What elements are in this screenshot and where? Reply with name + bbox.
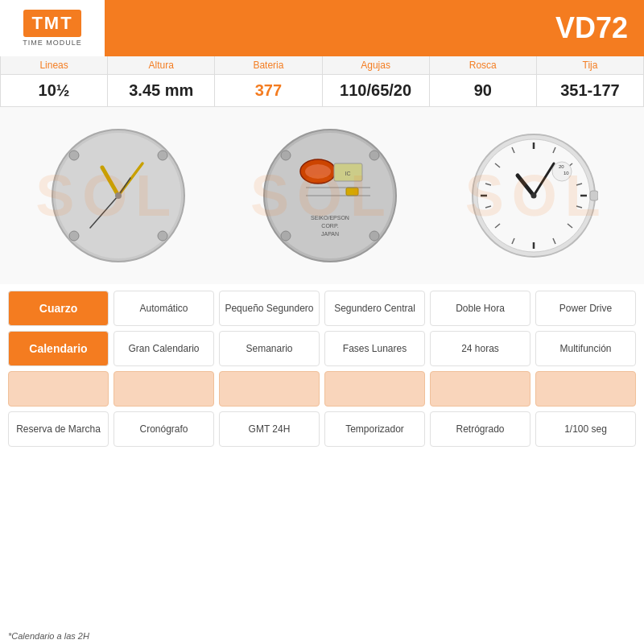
svg-text:JAPAN: JAPAN: [321, 231, 339, 237]
feature-cell: Fases Lunares: [324, 331, 425, 366]
feature-cell: Reserva de Marcha: [8, 411, 109, 447]
movement-back-svg: IC SEIKO/EPSON CORP. JAPAN: [258, 123, 402, 268]
feature-cell: [114, 371, 214, 407]
spec-value: 10½: [1, 75, 107, 106]
features-row-2: CalendarioGran CalendarioSemanarioFases …: [8, 331, 636, 366]
spec-value: 3.45 mm: [108, 75, 214, 106]
spec-value: 377: [215, 75, 321, 106]
spec-label: Agujas: [323, 56, 429, 75]
feature-cell: Doble Hora: [430, 291, 530, 326]
header: TMT TIME MODULE VD72: [0, 0, 644, 56]
page-wrapper: TMT TIME MODULE VD72 Lineas10½Altura3.45…: [0, 0, 644, 644]
spec-col: Altura3.45 mm: [108, 56, 215, 106]
feature-cell: GMT 24H: [219, 411, 320, 447]
footer-note-text: *Calendario a las 2H: [8, 631, 89, 641]
feature-cell: Automático: [114, 291, 214, 326]
feature-cell: [430, 371, 530, 407]
spec-label: Bateria: [215, 56, 321, 75]
spec-label: Lineas: [1, 56, 107, 75]
spec-value: 110/65/20: [323, 75, 429, 106]
logo-block: TMT TIME MODULE: [0, 0, 105, 56]
images-section: SOL SOL SOL: [0, 107, 644, 284]
features-row-1: CuarzoAutomáticoPequeño SegunderoSegunde…: [8, 291, 636, 326]
logo-subtitle: TIME MODULE: [23, 39, 82, 47]
feature-cell: Semanario: [219, 331, 320, 366]
feature-cell: Retrógrado: [430, 411, 530, 447]
watch-face-svg: 20 10: [469, 131, 598, 260]
svg-point-4: [69, 231, 79, 241]
svg-point-3: [158, 151, 167, 160]
svg-text:SEIKO/EPSON: SEIKO/EPSON: [311, 215, 349, 221]
footer-note: *Calendario a las 2H: [0, 628, 644, 644]
feature-cell: Segundero Central: [324, 291, 425, 326]
feature-cell: 24 horas: [430, 331, 530, 366]
feature-cell: Power Drive: [535, 291, 636, 326]
feature-cell: [324, 371, 425, 407]
spec-label: Tija: [537, 56, 643, 75]
feature-cell: Multifunción: [535, 331, 636, 366]
spec-col: Bateria377: [215, 56, 322, 106]
feature-cell: Cuarzo: [8, 291, 109, 326]
svg-point-22: [281, 231, 291, 241]
feature-cell: Gran Calendario: [114, 331, 214, 366]
orange-bar: VD72: [105, 0, 644, 56]
svg-point-23: [369, 231, 379, 241]
svg-point-21: [369, 151, 379, 160]
features-row-4: Reserva de MarchaCronógrafoGMT 24HTempor…: [8, 411, 636, 447]
svg-text:CORP.: CORP.: [321, 223, 338, 229]
model-title: VD72: [555, 11, 628, 45]
features-section: CuarzoAutomáticoPequeño SegunderoSegunde…: [0, 284, 644, 628]
svg-rect-17: [346, 188, 358, 196]
feature-cell: Calendario: [8, 331, 109, 366]
svg-point-51: [531, 193, 537, 199]
spec-label: Altura: [108, 56, 214, 75]
spec-value: 90: [430, 75, 536, 106]
svg-point-5: [158, 231, 167, 241]
spec-col: Lineas10½: [1, 56, 108, 106]
svg-text:10: 10: [564, 171, 569, 175]
spec-value: 351-177: [537, 75, 643, 106]
feature-cell: Temporizador: [324, 411, 425, 447]
svg-point-14: [305, 164, 331, 179]
spec-col: Tija351-177: [537, 56, 643, 106]
feature-cell: [8, 371, 109, 407]
movement-front-svg: [46, 123, 191, 268]
spec-col: Agujas110/65/20: [323, 56, 430, 106]
spec-label: Rosca: [430, 56, 536, 75]
svg-text:IC: IC: [345, 171, 350, 176]
feature-cell: Pequeño Segundero: [219, 291, 320, 326]
logo-tmt: TMT: [23, 10, 80, 37]
specs-table: Lineas10½Altura3.45 mmBateria377Agujas11…: [0, 56, 644, 107]
feature-cell: [535, 371, 636, 407]
svg-point-10: [115, 192, 122, 199]
feature-cell: Cronógrafo: [114, 411, 214, 447]
svg-text:20: 20: [559, 164, 564, 169]
svg-point-2: [69, 151, 79, 160]
features-row-3: [8, 371, 636, 407]
feature-cell: 1/100 seg: [535, 411, 636, 447]
spec-col: Rosca90: [430, 56, 537, 106]
svg-rect-29: [590, 191, 598, 200]
svg-point-20: [281, 151, 291, 160]
feature-cell: [219, 371, 320, 407]
